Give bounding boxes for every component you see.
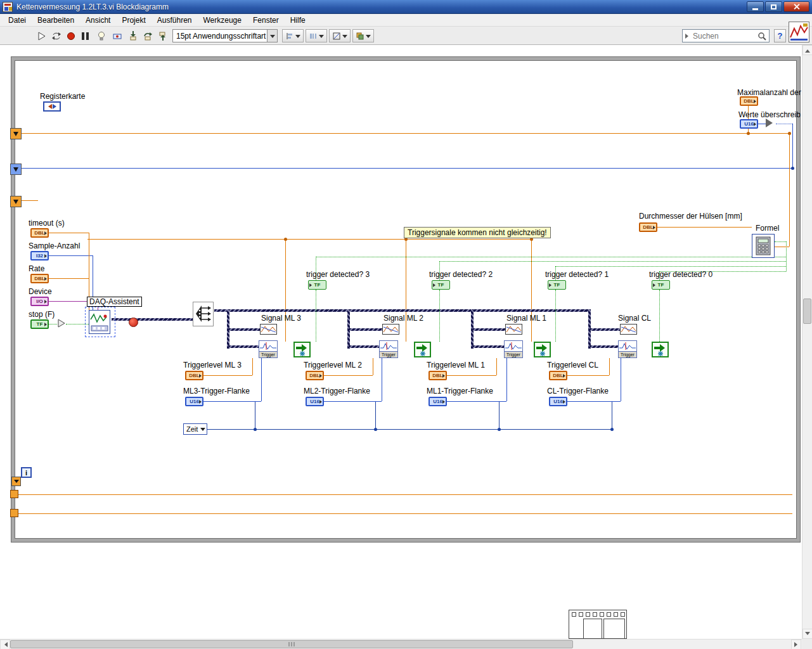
- loop-iteration-terminal[interactable]: i: [21, 467, 32, 478]
- signal-label: Signal ML 3: [261, 314, 301, 323]
- run-continuous-button[interactable]: [49, 29, 63, 43]
- search-scope-icon[interactable]: [685, 34, 691, 39]
- stop-led[interactable]: [129, 318, 138, 327]
- maximize-button[interactable]: [765, 1, 782, 12]
- scrollbar-corner: [802, 639, 812, 649]
- context-help-button[interactable]: ?: [774, 29, 786, 42]
- rate-terminal[interactable]: DBL: [30, 274, 49, 283]
- triggerlevel-terminal[interactable]: DBL: [429, 371, 447, 380]
- device-terminal[interactable]: I/O: [30, 297, 49, 306]
- menu-datei[interactable]: Datei: [3, 15, 32, 26]
- waveform-graph-terminal[interactable]: [260, 324, 277, 335]
- resize-objects-button[interactable]: [329, 29, 351, 42]
- shift-register-square-2[interactable]: [10, 509, 18, 517]
- minimize-button[interactable]: [747, 1, 764, 12]
- formel-express-vi[interactable]: [752, 234, 775, 258]
- max-anzahl-terminal[interactable]: DBL: [740, 96, 758, 106]
- split-signals-function[interactable]: [193, 302, 214, 326]
- wire-dynamic-trig-1: [228, 345, 260, 348]
- pause-button[interactable]: [78, 29, 93, 43]
- shift-register-dbl-2[interactable]: [10, 196, 22, 207]
- menu-projekt[interactable]: Projekt: [116, 15, 151, 26]
- horizontal-scrollbar[interactable]: [0, 639, 802, 649]
- menu-hilfe[interactable]: Hilfe: [285, 15, 311, 26]
- align-objects-button[interactable]: [282, 29, 304, 42]
- highlight-execution-button[interactable]: [94, 29, 108, 43]
- shift-register-small[interactable]: [11, 477, 21, 486]
- array-frame[interactable]: [569, 610, 627, 639]
- collector-vi[interactable]: [652, 342, 669, 357]
- step-into-button[interactable]: [126, 29, 140, 43]
- menu-ansicht[interactable]: Ansicht: [80, 15, 116, 26]
- reorder-objects-button[interactable]: [352, 29, 374, 42]
- step-over-button[interactable]: [140, 29, 155, 43]
- run-button[interactable]: [34, 29, 49, 43]
- triangle-right-icon: [53, 104, 59, 109]
- menu-ausfuehren[interactable]: Ausführen: [151, 15, 198, 26]
- flanke-terminal[interactable]: U16: [549, 397, 567, 406]
- sample-terminal[interactable]: I32: [30, 251, 49, 260]
- close-button[interactable]: [783, 1, 809, 12]
- werte-terminal[interactable]: U16: [740, 119, 758, 129]
- menu-fenster[interactable]: Fenster: [247, 15, 285, 26]
- collector-vi[interactable]: [414, 342, 431, 357]
- wire-flanke-3: [203, 401, 261, 402]
- distribute-objects-button[interactable]: [306, 29, 327, 42]
- vi-icon[interactable]: [789, 22, 809, 42]
- triggerlevel-terminal[interactable]: DBL: [549, 371, 567, 380]
- trigger-express-vi[interactable]: Trigger: [504, 340, 523, 358]
- grip-icon: [293, 642, 295, 646]
- search-box[interactable]: [682, 29, 770, 42]
- flanke-label: ML3-Trigger-Flanke: [183, 387, 250, 395]
- terminal-type: DBL: [553, 373, 563, 378]
- wire-level-0v: [609, 358, 610, 375]
- scroll-right-button[interactable]: [791, 639, 801, 649]
- scroll-up-button[interactable]: [802, 45, 812, 55]
- menu-werkzeuge[interactable]: Werkzeuge: [197, 15, 247, 26]
- trigger-detected-terminal[interactable]: TF: [432, 280, 450, 290]
- trigger-express-vi[interactable]: Trigger: [618, 340, 637, 358]
- trigger-detected-terminal[interactable]: TF: [652, 280, 670, 290]
- daq-assistant-vi[interactable]: [89, 310, 110, 334]
- scroll-down-button[interactable]: [802, 629, 812, 639]
- triggerlevel-terminal[interactable]: DBL: [185, 371, 203, 380]
- shift-register-dbl[interactable]: [10, 128, 22, 139]
- durchmesser-terminal[interactable]: DBL: [639, 222, 657, 232]
- waveform-graph-terminal[interactable]: [505, 324, 522, 335]
- flanke-terminal[interactable]: U16: [306, 397, 324, 406]
- trigger-detected-terminal[interactable]: TF: [308, 280, 326, 290]
- timeout-terminal[interactable]: DBL: [30, 228, 49, 238]
- waveform-graph-terminal[interactable]: [382, 324, 399, 335]
- zeit-enum-constant[interactable]: Zeit: [183, 423, 207, 435]
- terminal-type: TF: [37, 322, 43, 327]
- flanke-terminal[interactable]: U16: [185, 397, 203, 406]
- block-diagram[interactable]: Registerkarte Maximalanzahl der DBL Wert…: [0, 45, 802, 639]
- menu-bearbeiten[interactable]: Bearbeiten: [32, 15, 80, 26]
- wire-dbl-drop-1: [285, 239, 286, 342]
- abort-button[interactable]: [63, 29, 78, 43]
- collector-vi[interactable]: [293, 342, 311, 357]
- search-input[interactable]: [693, 32, 756, 41]
- registerkarte-terminal[interactable]: [43, 101, 61, 112]
- retain-wire-values-button[interactable]: [110, 29, 124, 43]
- triggerlevel-terminal[interactable]: DBL: [306, 371, 324, 380]
- flanke-terminal[interactable]: U16: [429, 397, 447, 406]
- stop-terminal[interactable]: TF: [30, 319, 49, 329]
- vertical-scrollbar-thumb[interactable]: [803, 299, 811, 324]
- waveform-graph-icon: [621, 324, 636, 334]
- collector-vi[interactable]: [534, 342, 551, 357]
- shift-register-int[interactable]: [10, 164, 22, 175]
- trigger-detected-terminal[interactable]: TF: [548, 280, 566, 290]
- shift-register-square-1[interactable]: [10, 490, 18, 498]
- font-selector-dropdown[interactable]: [267, 30, 277, 42]
- vertical-scrollbar[interactable]: [802, 45, 812, 639]
- step-out-button[interactable]: [155, 29, 169, 43]
- trigger-express-vi[interactable]: Trigger: [259, 340, 278, 358]
- signal-label: Signal CL: [618, 314, 651, 323]
- waveform-graph-terminal[interactable]: [620, 324, 637, 335]
- wire-dynamic-trig-2: [349, 345, 380, 348]
- trigger-express-vi[interactable]: Trigger: [379, 340, 398, 358]
- scroll-left-button[interactable]: [0, 639, 10, 649]
- font-selector[interactable]: 15pt Anwendungsschriftart: [172, 29, 278, 42]
- horizontal-scrollbar-thumb[interactable]: [10, 640, 573, 648]
